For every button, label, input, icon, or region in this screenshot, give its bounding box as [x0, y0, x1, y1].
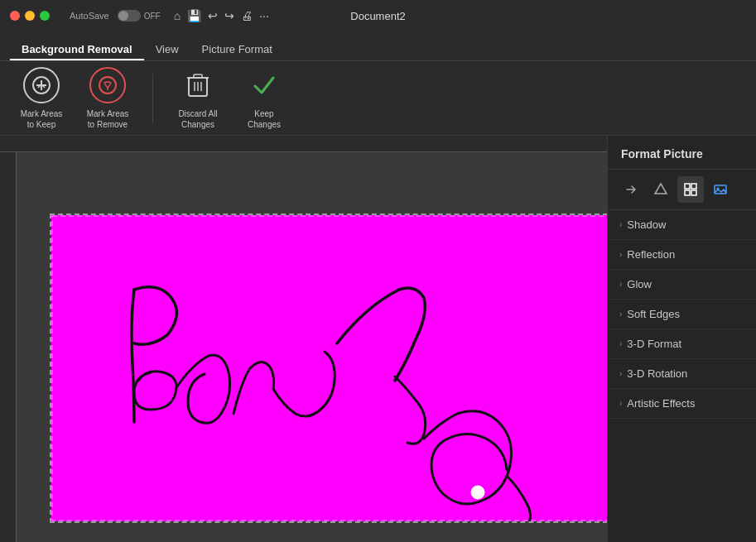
titlebar-controls: AutoSave OFF: [70, 10, 161, 22]
panel-tab-shape[interactable]: [648, 176, 674, 203]
canvas-content: [17, 152, 607, 542]
toolbar-separator-1: [152, 74, 153, 123]
redo-icon[interactable]: ↪: [224, 9, 234, 22]
shadow-label: Shadow: [627, 218, 666, 231]
maximize-button[interactable]: [40, 11, 50, 21]
autosave-label: AutoSave: [70, 11, 109, 21]
mark-keep-icon: [23, 67, 60, 103]
discard-label: Discard AllChanges: [178, 108, 217, 130]
main-content: Format Picture: [0, 136, 756, 542]
ruler-left: [0, 152, 17, 542]
titlebar-icons: ⌂ 💾 ↩ ↪ 🖨 ···: [174, 9, 269, 22]
document-title: Document2: [350, 10, 405, 22]
3d-format-chevron: ›: [619, 339, 622, 348]
home-icon[interactable]: ⌂: [174, 9, 181, 22]
autosave-toggle[interactable]: OFF: [118, 10, 161, 22]
toolbar: Mark Areasto Keep Mark Areasto Remove D: [0, 61, 756, 136]
soft-edges-chevron: ›: [619, 309, 622, 319]
keep-icon: [246, 67, 282, 103]
mark-remove-label: Mark Areasto Remove: [87, 108, 129, 130]
mark-remove-icon: [89, 67, 126, 103]
3d-format-label: 3-D Format: [627, 338, 681, 350]
toggle-state-label: OFF: [144, 12, 161, 21]
svg-rect-7: [194, 74, 202, 78]
panel-tab-effects[interactable]: [677, 176, 704, 203]
panel-item-soft-edges[interactable]: › Soft Edges: [608, 300, 756, 329]
mark-areas-to-keep-button[interactable]: Mark Areasto Keep: [17, 67, 66, 130]
3d-rotation-label: 3-D Rotation: [627, 367, 687, 380]
right-panel: Format Picture: [607, 136, 756, 542]
image-frame: [50, 213, 608, 523]
tab-picture-format[interactable]: Picture Format: [190, 38, 284, 60]
close-button[interactable]: [10, 11, 20, 21]
titlebar: AutoSave OFF ⌂ 💾 ↩ ↪ 🖨 ··· Document2: [0, 0, 756, 31]
soft-edges-label: Soft Edges: [627, 308, 680, 320]
panel-item-reflection[interactable]: › Reflection: [608, 240, 756, 270]
keep-label: KeepChanges: [248, 108, 281, 130]
panel-item-3d-rotation[interactable]: › 3-D Rotation: [608, 359, 756, 389]
artistic-effects-chevron: ›: [619, 399, 622, 408]
reflection-chevron: ›: [619, 250, 622, 259]
discard-all-changes-button[interactable]: Discard AllChanges: [173, 67, 223, 130]
svg-point-3: [99, 77, 116, 94]
print-icon[interactable]: 🖨: [241, 9, 253, 22]
panel-items-list: › Shadow › Reflection › Glow › Soft Edge…: [608, 210, 756, 542]
shadow-chevron: ›: [619, 220, 622, 229]
more-icon[interactable]: ···: [259, 9, 269, 22]
panel-tab-arrow[interactable]: [618, 176, 644, 203]
svg-rect-18: [685, 190, 690, 195]
tab-background-removal[interactable]: Background Removal: [10, 38, 144, 60]
panel-item-shadow[interactable]: › Shadow: [608, 210, 756, 240]
panel-title: Format Picture: [608, 136, 756, 170]
ruler-top: [0, 136, 607, 152]
discard-icon: [180, 67, 216, 103]
minimize-button[interactable]: [25, 11, 35, 21]
panel-item-artistic-effects[interactable]: › Artistic Effects: [608, 389, 756, 419]
svg-rect-17: [691, 184, 696, 189]
svg-rect-16: [685, 184, 690, 189]
svg-marker-15: [655, 184, 667, 194]
tab-view[interactable]: View: [144, 38, 190, 60]
svg-rect-19: [691, 190, 696, 195]
3d-rotation-chevron: ›: [619, 369, 622, 378]
mark-areas-to-remove-button[interactable]: Mark Areasto Remove: [83, 67, 132, 130]
reflection-label: Reflection: [627, 248, 675, 261]
panel-item-3d-format[interactable]: › 3-D Format: [608, 329, 756, 359]
menubar: Background Removal View Picture Format: [0, 31, 756, 61]
svg-rect-11: [51, 215, 608, 521]
undo-icon[interactable]: ↩: [208, 9, 218, 22]
artistic-effects-label: Artistic Effects: [627, 397, 695, 410]
glow-label: Glow: [627, 278, 652, 290]
glow-chevron: ›: [619, 280, 622, 289]
keep-changes-button[interactable]: KeepChanges: [239, 67, 289, 130]
panel-item-glow[interactable]: › Glow: [608, 270, 756, 300]
save-icon[interactable]: 💾: [187, 9, 201, 22]
canvas-area[interactable]: [0, 136, 607, 542]
traffic-lights: [10, 11, 50, 21]
panel-icon-tabs: [608, 170, 756, 210]
svg-point-13: [474, 489, 481, 496]
panel-tab-image[interactable]: [707, 176, 734, 203]
mark-keep-label: Mark Areasto Keep: [21, 108, 63, 130]
signature-image: [51, 215, 608, 521]
